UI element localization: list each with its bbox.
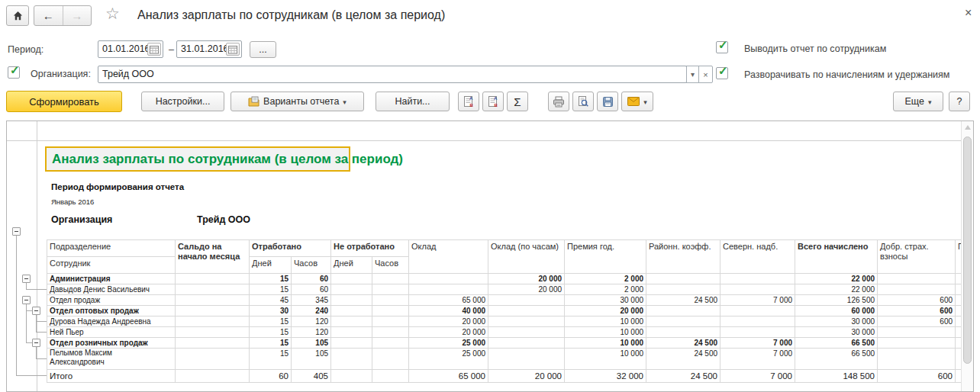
cell-name[interactable]: Давыдов Денис Васильевич	[47, 284, 176, 295]
organization-input[interactable]: Трейд ООО	[98, 66, 687, 83]
cell-value[interactable]: 105	[292, 338, 331, 349]
cell-value[interactable]	[331, 316, 372, 327]
cell-value[interactable]: 20 000	[488, 274, 565, 284]
cell-value[interactable]	[331, 295, 372, 306]
cell-value[interactable]	[488, 316, 565, 327]
cell-value[interactable]	[331, 338, 372, 349]
settings-button[interactable]: Настройки...	[141, 92, 224, 111]
col-header-hours[interactable]: Часов	[292, 257, 331, 274]
cell-value[interactable]: 345	[292, 295, 331, 306]
cell-value[interactable]	[488, 338, 565, 349]
cell-value[interactable]	[372, 349, 409, 370]
help-button[interactable]: ?	[949, 92, 970, 111]
cell-value[interactable]	[331, 284, 372, 295]
period-more-button[interactable]: ...	[250, 41, 276, 58]
cell-value[interactable]: 30 000	[795, 316, 878, 327]
cell-value[interactable]	[646, 316, 720, 327]
cell-value[interactable]	[176, 338, 250, 349]
close-icon[interactable]: ×	[960, 5, 976, 21]
cell-value[interactable]: 20 000	[488, 370, 565, 383]
cell-value[interactable]: 66 500	[795, 338, 878, 349]
cell-value[interactable]: 15	[250, 349, 292, 370]
cell-value[interactable]	[331, 327, 372, 338]
scroll-up-arrow-icon[interactable]	[965, 125, 971, 130]
cell-value[interactable]: 20 000	[488, 284, 565, 295]
col-header-saldo[interactable]: Сальдо на начало месяца	[176, 240, 250, 274]
cell-value[interactable]: 2 000	[565, 284, 646, 295]
col-header-not-worked[interactable]: Не отработано	[331, 240, 409, 257]
cell-value[interactable]: 65 000	[409, 370, 488, 383]
home-button[interactable]	[6, 5, 29, 26]
cell-value[interactable]	[176, 327, 250, 338]
cell-value[interactable]	[878, 327, 956, 338]
cell-value[interactable]: 148 500	[795, 370, 878, 383]
cell-value[interactable]	[646, 274, 720, 284]
cell-value[interactable]: 15	[250, 284, 292, 295]
col-header-worked[interactable]: Отработано	[250, 240, 331, 257]
group-collapse-toggle[interactable]	[12, 227, 21, 236]
report-variants-button[interactable]: Варианты отчета ▾	[230, 92, 364, 111]
cell-name[interactable]: Дурова Надежда Андреевна	[47, 316, 176, 327]
cell-value[interactable]: 45	[250, 295, 292, 306]
cell-value[interactable]	[176, 349, 250, 370]
cell-value[interactable]: 600	[878, 316, 956, 327]
cell-value[interactable]: 600	[878, 306, 956, 316]
cell-value[interactable]: 60	[250, 370, 292, 383]
expand-by-accruals-checkbox[interactable]: ✓	[716, 67, 728, 79]
cell-value[interactable]: 240	[292, 306, 331, 316]
col-header-days[interactable]: Дней	[250, 257, 292, 274]
generate-button[interactable]: Сформировать	[6, 91, 122, 112]
cell-value[interactable]	[331, 349, 372, 370]
cell-value[interactable]: 15	[250, 274, 292, 284]
col-header-total-accrued[interactable]: Всего начислено	[795, 240, 878, 274]
decode-b-button[interactable]: AB	[482, 92, 504, 111]
cell-value[interactable]: 30 000	[795, 327, 878, 338]
cell-value[interactable]	[878, 349, 956, 370]
cell-value[interactable]: 7 000	[720, 349, 795, 370]
cell-value[interactable]: 7 000	[720, 370, 795, 383]
cell-value[interactable]	[488, 295, 565, 306]
cell-value[interactable]	[176, 295, 250, 306]
cell-value[interactable]	[646, 284, 720, 295]
cell-value[interactable]: 60	[292, 284, 331, 295]
cell-value[interactable]	[372, 274, 409, 284]
cell-value[interactable]	[646, 327, 720, 338]
cell-value[interactable]	[720, 284, 795, 295]
cell-value[interactable]	[488, 306, 565, 316]
cell-value[interactable]: 10 000	[565, 327, 646, 338]
find-button[interactable]: Найти...	[376, 92, 450, 111]
cell-value[interactable]	[372, 338, 409, 349]
cell-name[interactable]: Пелымов Максим Александрович	[47, 349, 176, 370]
cell-value[interactable]: 22 000	[795, 274, 878, 284]
cell-value[interactable]: 405	[292, 370, 331, 383]
calendar-icon[interactable]	[226, 43, 240, 56]
report-title-cell[interactable]: Анализ зарплаты по сотрудникам (в целом …	[45, 146, 350, 172]
back-button[interactable]: ←	[34, 6, 63, 25]
organization-clear-button[interactable]: ×	[698, 66, 713, 83]
cell-value[interactable]	[409, 274, 488, 284]
cell-value[interactable]: 2 000	[565, 274, 646, 284]
cell-name[interactable]: Ней Пьер	[47, 327, 176, 338]
cell-value[interactable]	[176, 306, 250, 316]
cell-value[interactable]: 126 500	[795, 295, 878, 306]
cell-name[interactable]: Администрация	[47, 274, 176, 284]
cell-value[interactable]: 20 000	[409, 316, 488, 327]
cell-value[interactable]: 120	[292, 327, 331, 338]
cell-value[interactable]	[720, 316, 795, 327]
col-header-employee[interactable]: Сотрудник	[47, 257, 176, 274]
more-button[interactable]: Еще ▾	[893, 92, 943, 111]
cell-value[interactable]: 600	[878, 295, 956, 306]
cell-value[interactable]: 24 500	[646, 370, 720, 383]
period-to-input[interactable]: 31.01.2016	[176, 40, 242, 58]
group-collapse-toggle[interactable]	[22, 275, 31, 283]
cell-value[interactable]: 24 500	[646, 349, 720, 370]
col-header-hours[interactable]: Часов	[372, 257, 409, 274]
col-header-salary[interactable]: Оклад	[409, 240, 488, 274]
cell-value[interactable]	[331, 274, 372, 284]
cell-value[interactable]: 10 000	[565, 338, 646, 349]
cell-value[interactable]	[720, 327, 795, 338]
cell-value[interactable]	[488, 327, 565, 338]
col-header-voluntary-insurance[interactable]: Добр. страх. взносы	[878, 240, 956, 274]
cell-value[interactable]: 600	[878, 370, 956, 383]
cell-value[interactable]	[372, 295, 409, 306]
